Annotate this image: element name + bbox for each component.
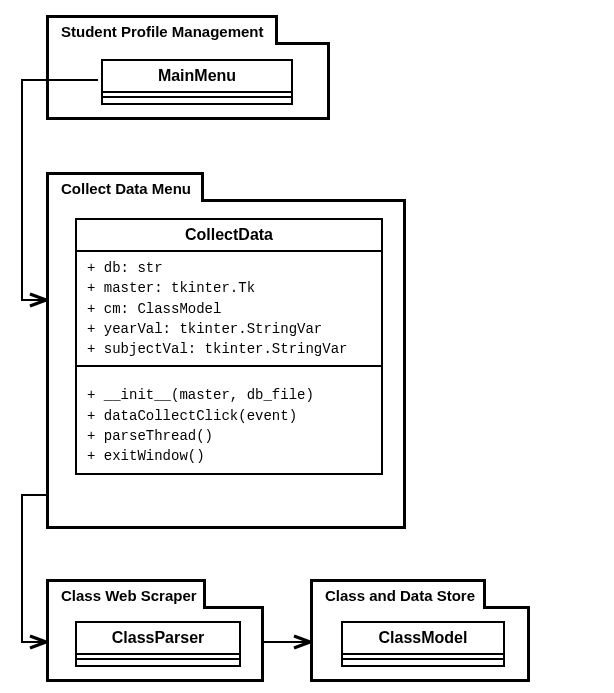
class-methods-classmodel <box>343 660 503 665</box>
attr: + cm: ClassModel <box>87 299 371 319</box>
method: + parseThread() <box>87 426 371 446</box>
attr: + db: str <box>87 258 371 278</box>
method: + dataCollectClick(event) <box>87 406 371 426</box>
class-classparser: ClassParser <box>75 621 241 667</box>
class-classmodel: ClassModel <box>341 621 505 667</box>
package-collect-data-menu: Collect Data Menu CollectData + db: str … <box>46 199 406 529</box>
package-tab-cdm: Collect Data Menu <box>46 172 204 202</box>
package-title: Student Profile Management <box>61 23 264 40</box>
class-name-mainmenu: MainMenu <box>103 61 291 93</box>
arrow-collectdata-to-classparser <box>22 495 46 642</box>
class-name-classmodel: ClassModel <box>343 623 503 655</box>
method: + __init__(master, db_file) <box>87 385 371 405</box>
package-tab-cws: Class Web Scraper <box>46 579 206 609</box>
class-name-collectdata: CollectData <box>77 220 381 252</box>
package-tab-spm: Student Profile Management <box>46 15 278 45</box>
attr: + master: tkinter.Tk <box>87 278 371 298</box>
class-mainmenu: MainMenu <box>101 59 293 105</box>
attr: + yearVal: tkinter.StringVar <box>87 319 371 339</box>
package-title: Class and Data Store <box>325 587 475 604</box>
package-student-profile-management: Student Profile Management MainMenu <box>46 42 330 120</box>
class-methods-mainmenu <box>103 98 291 103</box>
method: + exitWindow() <box>87 446 371 466</box>
package-title: Collect Data Menu <box>61 180 191 197</box>
class-collectdata: CollectData + db: str + master: tkinter.… <box>75 218 383 475</box>
package-class-web-scraper: Class Web Scraper ClassParser <box>46 606 264 682</box>
class-methods-collectdata: + __init__(master, db_file) + dataCollec… <box>77 367 381 472</box>
package-tab-cds: Class and Data Store <box>310 579 486 609</box>
class-attrs-collectdata: + db: str + master: tkinter.Tk + cm: Cla… <box>77 252 381 367</box>
class-name-classparser: ClassParser <box>77 623 239 655</box>
attr: + subjectVal: tkinter.StringVar <box>87 339 371 359</box>
class-methods-classparser <box>77 660 239 665</box>
package-title: Class Web Scraper <box>61 587 197 604</box>
package-class-data-store: Class and Data Store ClassModel <box>310 606 530 682</box>
